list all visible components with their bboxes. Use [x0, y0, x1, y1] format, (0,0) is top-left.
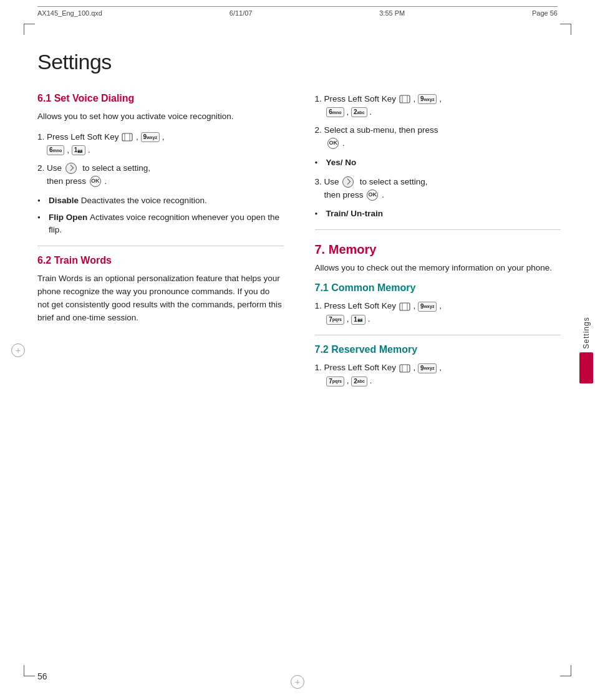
step-7-1-1: 1. Press Left Soft Key , 9wxyz , 7pqr [315, 300, 561, 326]
main-content: Settings 6.1 Set Voice Dialing Allows yo… [37, 37, 561, 650]
section-divider-7 [315, 229, 561, 230]
bullet-flip-open: Flip Open Activates voice recognition wh… [37, 211, 284, 237]
period-r1: . [369, 107, 372, 117]
comma-72c: , [347, 376, 352, 385]
left-registration-mark [11, 343, 25, 357]
key-71-7pqrs: 7pqrs [326, 315, 344, 325]
heading-6-2: 6.2 Train Words [37, 255, 284, 266]
nav-icon-r3 [342, 176, 354, 188]
page-number: 56 [37, 671, 47, 681]
ok-icon-r2: OK [327, 138, 339, 149]
header-filename: AX145_Eng_100.qxd [37, 9, 102, 17]
bullets-6-1-right: Yes/ No [315, 156, 561, 170]
ok-icon-r3: OK [367, 189, 378, 201]
step-r-2: 2. Select a sub-menu, then press OK . [315, 124, 561, 150]
soft-key-icon-r1 [399, 95, 410, 103]
steps-6-1-right: 1. Press Left Soft Key , 9wxyz , 6mno [315, 93, 561, 150]
step-period: . [88, 145, 90, 155]
bullet-flip-open-term: Flip Open [49, 213, 90, 222]
period-71: . [368, 314, 370, 324]
bullet-train-untrain-term: Train/ Un-train [326, 209, 384, 218]
body-6-1: Allows you to set how you activate voice… [37, 110, 284, 123]
nav-icon [65, 163, 77, 174]
heading-7-2: 7.2 Reserved Memory [315, 344, 561, 355]
bullet-yes-no-term: Yes/ No [326, 158, 357, 167]
page-wrapper: AX145_Eng_100.qxd 6/11/07 3:55 PM Page 5… [0, 0, 595, 700]
svg-rect-6 [400, 303, 410, 310]
soft-key-icon [122, 133, 133, 141]
step-7-2-1: 1. Press Left Soft Key , 9wxyz , 7pqr [315, 362, 561, 388]
steps-6-1-right-post: 3. Use to select a setting, then press O… [315, 176, 561, 202]
step-r-3: 3. Use to select a setting, then press O… [315, 176, 561, 202]
key-r1-9wxyz: 9wxyz [418, 94, 437, 104]
step-period2: . [105, 176, 107, 186]
comma-r1: , [414, 94, 418, 103]
heading-7: 7. Memory [315, 242, 561, 257]
svg-rect-9 [400, 365, 410, 372]
side-tab: Settings [578, 317, 595, 383]
svg-rect-3 [400, 95, 410, 103]
page-title: Settings [37, 50, 561, 74]
header-date: 6/11/07 [230, 9, 253, 17]
key-1: 1📷 [72, 145, 86, 155]
comma-72: , [414, 363, 418, 372]
period-72: . [370, 376, 372, 385]
step-num: 1. Press Left Soft Key [37, 132, 121, 141]
two-column-layout: 6.1 Set Voice Dialing Allows you to set … [37, 93, 561, 394]
step-r-1-text: 1. Press Left Soft Key [315, 94, 399, 103]
key-72-2abc: 2abc [351, 376, 367, 386]
bullet-yes-no: Yes/ No [315, 156, 561, 170]
side-tab-bar [579, 352, 593, 383]
side-tab-label: Settings [582, 317, 591, 348]
header-bar: AX145_Eng_100.qxd 6/11/07 3:55 PM Page 5… [37, 6, 558, 17]
soft-key-icon-7-2 [399, 364, 410, 373]
key-6mno: 6mno [47, 145, 64, 155]
step-2-text: 2. Use [37, 163, 64, 173]
corner-mark-tr [560, 24, 571, 35]
right-column: 1. Press Left Soft Key , 9wxyz , 6mno [309, 93, 561, 394]
section-divider-6-2 [37, 246, 284, 246]
key-72-9wxyz: 9wxyz [418, 363, 437, 373]
left-column: 6.1 Set Voice Dialing Allows you to set … [37, 93, 290, 394]
step-6-1-2: 2. Use to select a setting, then press O… [37, 162, 284, 188]
soft-key-icon-7-1 [399, 302, 410, 311]
corner-mark-tl [24, 24, 35, 35]
step-7-2-text: 1. Press Left Soft Key [315, 363, 399, 372]
step-6-1-1: 1. Press Left Soft Key , 9wxyz , [37, 131, 284, 157]
ok-icon: OK [90, 176, 101, 187]
comma-r1c: , [346, 107, 351, 117]
key-9wxyz: 9wxyz [141, 132, 160, 142]
step-r-1: 1. Press Left Soft Key , 9wxyz , 6mno [315, 93, 561, 119]
svg-rect-0 [122, 133, 132, 141]
key-r1-6mno: 6mno [326, 107, 344, 117]
steps-7-2: 1. Press Left Soft Key , 9wxyz , 7pqr [315, 362, 561, 388]
step-r-3-text: 3. Use [315, 177, 342, 186]
body-7: Allows you to check out the memory infor… [315, 262, 561, 275]
steps-6-1: 1. Press Left Soft Key , 9wxyz , [37, 131, 284, 188]
bullet-disable: Disable Deactivates the voice recognitio… [37, 194, 284, 208]
key-r1-2abc: 2abc [351, 107, 367, 117]
step-7-1-text: 1. Press Left Soft Key [315, 301, 399, 310]
key-71-1: 1📷 [351, 315, 365, 325]
period-r3: . [382, 190, 384, 199]
corner-mark-br [560, 665, 571, 676]
key-72-7pqrs: 7pqrs [326, 376, 344, 386]
heading-6-1: 6.1 Set Voice Dialing [37, 93, 284, 104]
comma-71: , [414, 301, 418, 310]
bullet-train-untrain: Train/ Un-train [315, 208, 561, 221]
bullet-disable-term: Disable [49, 196, 81, 205]
period-r2: . [342, 138, 345, 148]
steps-7-1: 1. Press Left Soft Key , 9wxyz , 7pqr [315, 300, 561, 326]
header-page: Page 56 [532, 9, 558, 17]
step-comma3: , [67, 145, 72, 155]
bottom-registration-mark [291, 675, 304, 689]
body-6-2: Train Words is an optional personalizati… [37, 272, 284, 325]
bullets-6-1-right-post: Train/ Un-train [315, 208, 561, 221]
heading-7-1: 7.1 Common Memory [315, 282, 561, 294]
step-comma: , [136, 132, 141, 141]
corner-mark-bl [24, 665, 35, 676]
section-divider-7-2 [315, 335, 561, 335]
key-71-9wxyz: 9wxyz [418, 302, 437, 312]
bullet-disable-desc: Deactivates the voice recognition. [81, 196, 207, 205]
bullets-6-1: Disable Deactivates the voice recognitio… [37, 194, 284, 237]
